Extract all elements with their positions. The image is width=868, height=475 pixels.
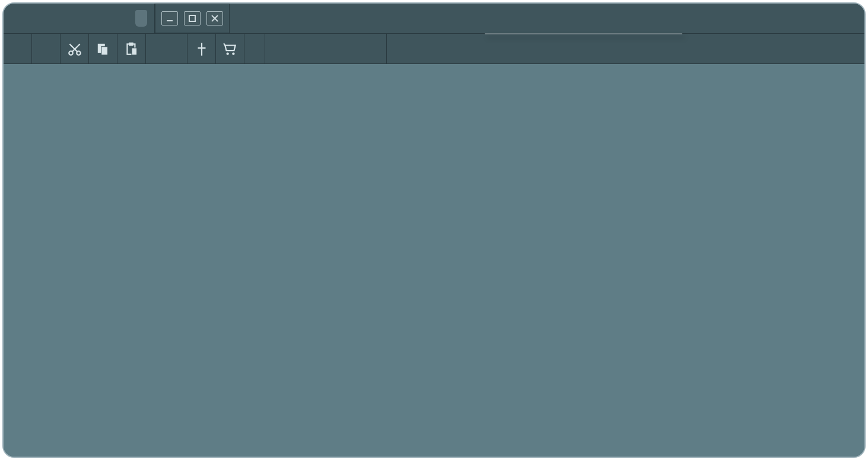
menubar-left: [4, 4, 154, 33]
tool-move[interactable]: [32, 34, 61, 65]
window-controls: [155, 4, 230, 33]
svg-point-16: [232, 53, 234, 55]
scissors-icon: [67, 42, 82, 57]
tool-paste[interactable]: [117, 34, 146, 65]
maximize-button[interactable]: [184, 11, 201, 25]
tool-add[interactable]: [146, 34, 187, 65]
tool-lt[interactable]: [4, 34, 32, 65]
close-button[interactable]: [206, 11, 223, 25]
minimize-button[interactable]: [161, 11, 178, 25]
tool-cut[interactable]: [61, 34, 89, 65]
paste-icon: [124, 42, 139, 57]
slice-icon: [194, 42, 209, 57]
svg-rect-1: [189, 15, 195, 21]
cart-icon: [222, 42, 238, 57]
menubar-row: [4, 4, 864, 33]
workspace: [4, 64, 864, 457]
app-window: [2, 2, 866, 458]
tool-slice[interactable]: [187, 34, 216, 65]
svg-point-15: [227, 53, 228, 55]
toolbar: [4, 33, 864, 64]
svg-rect-9: [101, 47, 107, 55]
language-selector[interactable]: [244, 34, 265, 63]
tool-copy[interactable]: [89, 34, 117, 65]
copy-icon: [96, 42, 111, 57]
svg-rect-12: [132, 48, 137, 55]
tool-cart[interactable]: [216, 34, 244, 65]
help-dropdown: [485, 33, 682, 34]
hint-panel: [265, 34, 387, 63]
svg-line-17: [224, 43, 225, 45]
app-logo-icon: [135, 10, 147, 27]
svg-rect-11: [129, 43, 133, 45]
